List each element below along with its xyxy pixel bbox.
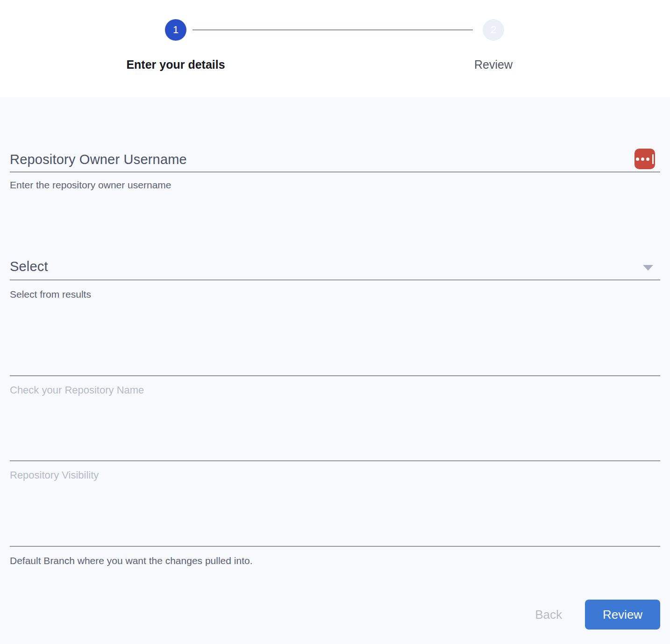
chevron-down-icon[interactable] <box>643 265 653 271</box>
password-manager-dot <box>641 157 644 161</box>
step-label-enter-details: Enter your details <box>126 58 225 72</box>
input-underline <box>10 460 660 461</box>
repository-owner-username-input[interactable]: Repository Owner Username <box>10 150 660 169</box>
default-branch-helper-text: Default Branch where you want the change… <box>10 554 660 567</box>
field-repository-visibility[interactable]: Repository Visibility <box>10 460 660 482</box>
wizard-stepper: 1 2 Enter your details Review <box>0 0 670 97</box>
back-button[interactable]: Back <box>535 608 562 622</box>
field-default-branch[interactable]: Default Branch where you want the change… <box>10 546 660 567</box>
select-dropdown-value: Select <box>10 259 48 274</box>
step-indicator-2: 2 <box>483 19 504 41</box>
input-underline <box>10 546 660 547</box>
form-actions: Back Review <box>10 600 660 630</box>
select-helper-text: Select from results <box>10 288 660 301</box>
step-indicator-1: 1 <box>165 19 186 41</box>
step-label-review: Review <box>474 58 513 72</box>
field-repository-name[interactable]: Check your Repository Name <box>10 375 660 397</box>
field-select-result: Select Select from results <box>10 257 660 301</box>
details-form: Repository Owner Username Enter the repo… <box>0 97 670 644</box>
repository-visibility-helper-text: Repository Visibility <box>10 469 660 482</box>
password-manager-cursor <box>652 154 654 164</box>
input-underline <box>10 172 660 172</box>
password-manager-dot <box>646 157 649 161</box>
select-dropdown[interactable]: Select <box>10 257 660 276</box>
repository-owner-username-label: Repository Owner Username <box>10 152 187 167</box>
step-number: 1 <box>173 24 178 36</box>
review-button[interactable]: Review <box>585 600 660 630</box>
owner-helper-text: Enter the repository owner username <box>10 179 660 192</box>
input-underline <box>10 279 660 280</box>
input-underline <box>10 375 660 376</box>
password-manager-icon[interactable] <box>634 149 655 169</box>
stepper-connector-line <box>192 29 473 30</box>
repository-name-helper-text: Check your Repository Name <box>10 384 660 397</box>
password-manager-dot <box>636 157 639 161</box>
step-number: 2 <box>491 24 496 36</box>
field-repository-owner-username: Repository Owner Username Enter the repo… <box>10 97 660 192</box>
